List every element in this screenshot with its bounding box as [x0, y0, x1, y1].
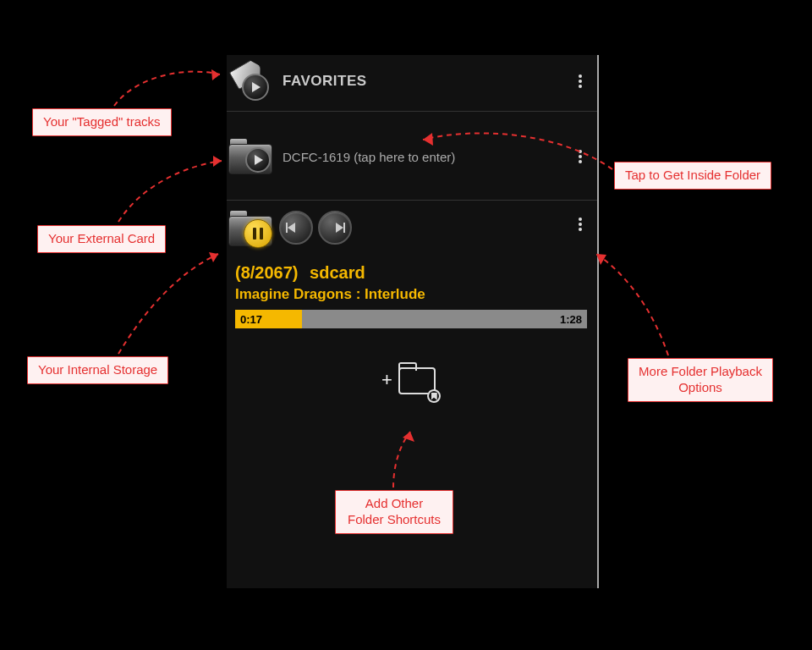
player-menu-button[interactable]	[570, 214, 590, 234]
folder-label: DCFC-1619 (tap here to enter)	[279, 150, 570, 164]
svg-marker-0	[211, 69, 220, 80]
callout-add-shortcuts: Add Other Folder Shortcuts	[335, 490, 453, 534]
folder-row-dcfc[interactable]: DCFC-1619 (tap here to enter)	[227, 112, 597, 201]
callout-tagged: Your "Tagged" tracks	[32, 108, 172, 136]
callout-more-options: More Folder Playback Options	[628, 358, 773, 402]
plus-icon: +	[381, 369, 392, 391]
skip-next-button[interactable]	[318, 211, 352, 245]
add-folder-shortcut-button[interactable]: +	[385, 362, 439, 399]
favorites-menu-button[interactable]	[570, 71, 590, 91]
track-counter: (8/2067)	[235, 263, 299, 282]
track-title: Imagine Dragons : Interlude	[235, 286, 587, 303]
callout-tap-inside: Tap to Get Inside Folder	[614, 162, 771, 190]
progress-bar[interactable]: 0:17 1:28	[235, 310, 587, 328]
folder-play-icon	[227, 135, 279, 178]
tag-play-icon	[227, 60, 279, 102]
now-playing-row	[227, 201, 597, 250]
time-elapsed: 0:17	[240, 313, 262, 326]
svg-marker-2	[209, 252, 218, 262]
callout-external: Your External Card	[37, 225, 166, 253]
player-folder-name: sdcard	[310, 263, 365, 282]
folder-menu-button[interactable]	[570, 146, 590, 167]
callout-internal: Your Internal Storage	[27, 356, 168, 384]
favorites-row[interactable]: FAVORITES	[227, 55, 597, 112]
bookmark-icon	[427, 389, 441, 403]
skip-previous-button[interactable]	[279, 211, 313, 245]
favorites-label: FAVORITES	[279, 73, 570, 90]
time-total: 1:28	[560, 313, 582, 326]
player-info: (8/2067) sdcard Imagine Dragons : Interl…	[227, 250, 597, 333]
folder-pause-icon[interactable]	[227, 207, 279, 250]
svg-marker-1	[213, 156, 222, 167]
